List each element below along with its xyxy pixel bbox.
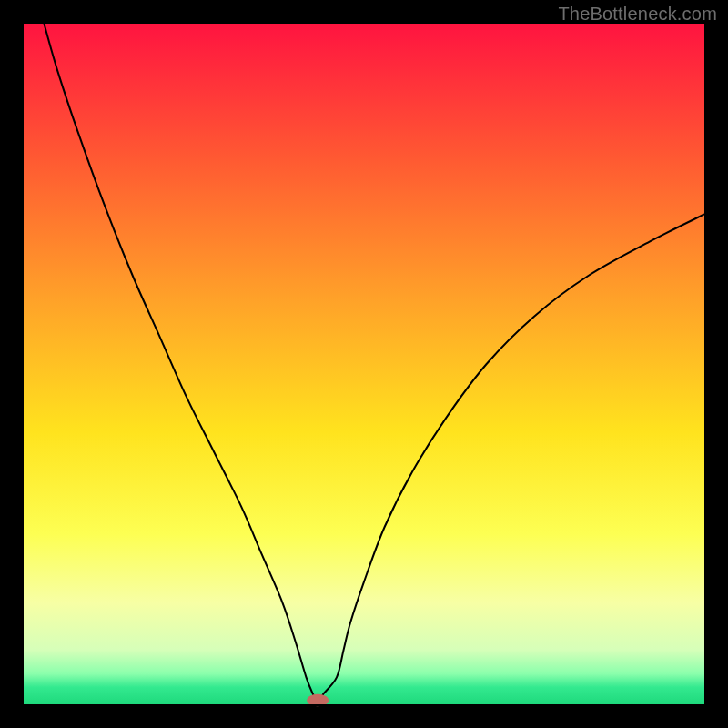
plot-area [23,23,705,706]
chart-svg [0,0,728,728]
plot-background [24,24,704,704]
watermark-text: TheBottleneck.com [558,4,717,25]
chart-container: TheBottleneck.com [0,0,728,728]
